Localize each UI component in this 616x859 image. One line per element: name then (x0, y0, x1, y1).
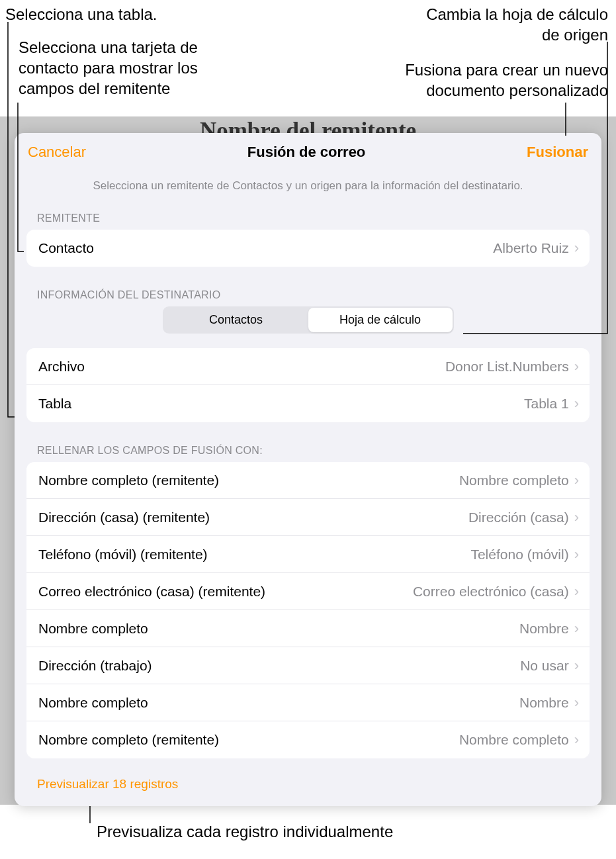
contact-label: Contacto (38, 240, 493, 256)
chevron-right-icon: › (574, 547, 579, 562)
field-value: Nombre (519, 621, 569, 637)
field-value: Teléfono (móvil) (470, 547, 568, 563)
table-value: Tabla 1 (524, 396, 569, 412)
annotation-preview-each: Previsualiza cada registro individualmen… (97, 821, 393, 842)
recipient-section-header: INFORMACIÓN DEL DESTINATARIO (15, 287, 601, 306)
sender-group: Contacto Alberto Ruiz › (26, 230, 590, 267)
field-row[interactable]: Nombre completo (remitente) Nombre compl… (26, 462, 590, 499)
field-label: Nombre completo (38, 695, 519, 711)
field-row[interactable]: Dirección (casa) (remitente) Dirección (… (26, 499, 590, 536)
annotation-merge-new: Fusiona para crear un nuevo documento pe… (330, 60, 608, 101)
contact-value: Alberto Ruiz (493, 240, 568, 256)
field-label: Correo electrónico (casa) (remitente) (38, 584, 413, 600)
chevron-right-icon: › (574, 396, 579, 411)
file-label: Archivo (38, 359, 445, 375)
table-label: Tabla (38, 396, 524, 412)
field-row[interactable]: Nombre completo Nombre › (26, 610, 590, 647)
field-row[interactable]: Teléfono (móvil) (remitente) Teléfono (m… (26, 536, 590, 573)
file-value: Donor List.Numbers (445, 359, 569, 375)
table-row[interactable]: Tabla Tabla 1 › (26, 385, 590, 422)
field-value: Nombre (519, 695, 569, 711)
field-row[interactable]: Nombre completo Nombre › (26, 684, 590, 721)
field-label: Nombre completo (remitente) (38, 473, 459, 488)
field-label: Dirección (trabajo) (38, 658, 520, 674)
field-row[interactable]: Dirección (trabajo) No usar › (26, 647, 590, 684)
preview-records-link[interactable]: Previsualizar 18 registros (15, 770, 601, 801)
source-group: Archivo Donor List.Numbers › Tabla Tabla… (26, 348, 590, 422)
mail-merge-modal: Cancelar Fusión de correo Fusionar Selec… (15, 133, 601, 806)
field-row[interactable]: Nombre completo (remitente) Nombre compl… (26, 721, 590, 758)
field-label: Nombre completo (38, 621, 519, 637)
annotation-change-source: Cambia la hoja de cálculo de origen (423, 4, 608, 45)
file-row[interactable]: Archivo Donor List.Numbers › (26, 348, 590, 385)
chevron-right-icon: › (574, 658, 579, 673)
segment-contacts[interactable]: Contactos (164, 308, 308, 332)
field-value: No usar (520, 658, 569, 674)
recipient-source-segmented[interactable]: Contactos Hoja de cálculo (163, 306, 454, 334)
modal-title: Fusión de correo (247, 144, 365, 161)
field-label: Teléfono (móvil) (remitente) (38, 547, 470, 563)
chevron-right-icon: › (574, 733, 579, 747)
field-value: Nombre completo (459, 473, 569, 488)
field-label: Dirección (casa) (remitente) (38, 510, 468, 525)
modal-header: Cancelar Fusión de correo Fusionar (15, 133, 601, 166)
segment-spreadsheet[interactable]: Hoja de cálculo (308, 308, 453, 332)
field-value: Nombre completo (459, 732, 569, 748)
field-value: Correo electrónico (casa) (413, 584, 569, 600)
chevron-right-icon: › (574, 510, 579, 525)
chevron-right-icon: › (574, 241, 579, 255)
fields-group: Nombre completo (remitente) Nombre compl… (26, 462, 590, 758)
field-value: Dirección (casa) (468, 510, 569, 525)
sender-section-header: REMITENTE (15, 210, 601, 230)
chevron-right-icon: › (574, 359, 579, 374)
field-row[interactable]: Correo electrónico (casa) (remitente) Co… (26, 573, 590, 610)
field-label: Nombre completo (remitente) (38, 732, 459, 748)
annotation-contact-card: Selecciona una tarjeta de contacto para … (19, 37, 243, 99)
chevron-right-icon: › (574, 473, 579, 488)
chevron-right-icon: › (574, 621, 579, 636)
merge-button[interactable]: Fusionar (527, 144, 588, 161)
contact-row[interactable]: Contacto Alberto Ruiz › (26, 230, 590, 267)
modal-subtitle: Selecciona un remitente de Contactos y u… (15, 166, 601, 210)
fields-section-header: RELLENAR LOS CAMPOS DE FUSIÓN CON: (15, 442, 601, 462)
annotation-select-table: Selecciona una tabla. (5, 4, 157, 24)
chevron-right-icon: › (574, 584, 579, 599)
cancel-button[interactable]: Cancelar (28, 144, 86, 161)
chevron-right-icon: › (574, 696, 579, 710)
